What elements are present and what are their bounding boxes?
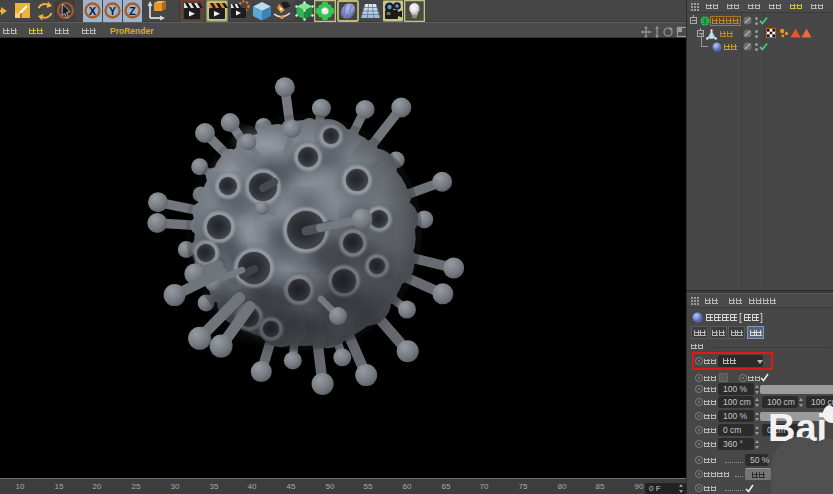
svg-text:Y: Y [109, 5, 116, 17]
svg-text:X: X [89, 5, 96, 17]
svg-text:Z: Z [129, 5, 136, 17]
